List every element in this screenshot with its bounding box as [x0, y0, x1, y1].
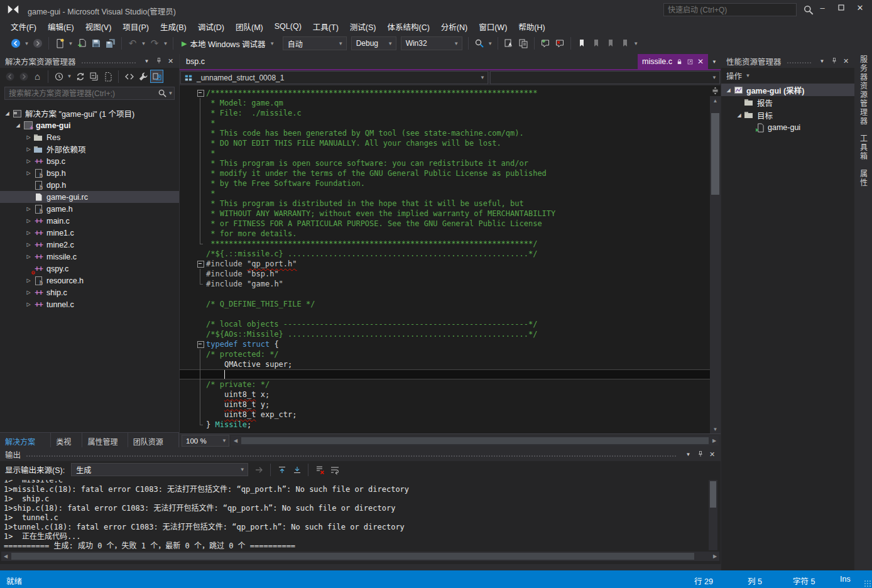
side-tab[interactable]: 工具箱	[858, 134, 869, 161]
tree-item[interactable]: ▷++mine1.c	[0, 227, 179, 239]
minimize-icon[interactable]: –	[813, 0, 832, 15]
close-icon[interactable]: ✕	[697, 57, 704, 66]
code-line[interactable]: * by the Free Software Foundation.	[180, 178, 710, 188]
expander-expanded-icon[interactable]: ◢	[3, 111, 12, 116]
code-line[interactable]: *	[180, 118, 710, 128]
quick-launch-input[interactable]	[664, 6, 796, 14]
menu-item[interactable]: 编辑(E)	[42, 19, 80, 35]
tree-item[interactable]: ▷game.h	[0, 203, 179, 215]
scroll-left-icon[interactable]: ◀	[1, 553, 10, 559]
menu-item[interactable]: 测试(S)	[344, 19, 382, 35]
code-line[interactable]: * DO NOT EDIT THIS FILE MANUALLY. All yo…	[180, 138, 710, 148]
code-editor[interactable]: /***************************************…	[180, 85, 721, 433]
tree-item[interactable]: game-gui.rc	[0, 191, 179, 203]
expander-collapsed-icon[interactable]: ▷	[24, 278, 33, 283]
menu-item[interactable]: 分析(N)	[435, 19, 473, 35]
sol-forward-icon[interactable]	[17, 70, 30, 83]
expander-collapsed-icon[interactable]: ▷	[24, 218, 33, 224]
dropdown-caret-icon[interactable]: ▼	[23, 36, 30, 50]
copy-item-icon[interactable]	[516, 36, 530, 50]
scroll-down-icon[interactable]: ▼	[710, 425, 721, 433]
chevron-down-icon[interactable]: ▼	[167, 87, 174, 101]
fold-collapse-icon[interactable]	[180, 259, 206, 269]
types-dropdown[interactable]: _unnamed_struct_0008_1 ▼	[180, 71, 488, 84]
menu-item[interactable]: SQL(Q)	[269, 20, 307, 33]
expander-expanded-icon[interactable]: ◢	[734, 112, 744, 118]
tree-item[interactable]: game-gui	[721, 121, 854, 134]
scrollbar-thumb[interactable]	[241, 437, 709, 444]
home-icon[interactable]: ⌂	[31, 70, 44, 83]
prev-message-icon[interactable]	[275, 463, 289, 477]
output-vertical-scrollbar[interactable]	[709, 480, 717, 550]
output-log[interactable]: 1> missile.c1>missile.c(18): fatal error…	[4, 480, 706, 549]
tree-item[interactable]: ▷外部依赖项	[0, 143, 179, 155]
chevron-down-icon[interactable]: ▼	[335, 41, 346, 46]
expander-collapsed-icon[interactable]: ▷	[24, 254, 33, 259]
fold-collapse-icon[interactable]	[180, 88, 206, 98]
dropdown-caret-icon[interactable]: ▼	[67, 36, 74, 50]
code-line[interactable]: * WITHOUT ANY WARRANTY; without even the…	[180, 209, 710, 219]
members-dropdown[interactable]: ▼	[490, 71, 720, 84]
start-debug-button[interactable]: ▶ 本地 Windows 调试器 ▼	[177, 36, 280, 51]
tree-item[interactable]: ▷++bsp.c	[0, 155, 179, 167]
window-position-caret-icon[interactable]: ▼	[682, 449, 694, 460]
word-wrap-icon[interactable]	[327, 463, 342, 477]
toggle-bookmark-icon[interactable]	[575, 36, 589, 50]
scrollbar-thumb[interactable]	[11, 553, 694, 560]
next-bookmark-icon[interactable]	[604, 36, 618, 50]
view-code-icon[interactable]	[123, 70, 136, 83]
goto-definition-icon[interactable]	[502, 36, 516, 50]
tool-window-tab[interactable]: 解决方案资...	[0, 433, 51, 447]
menu-item[interactable]: 帮助(H)	[513, 19, 550, 35]
menu-item[interactable]: 工具(T)	[307, 19, 344, 35]
new-file-icon[interactable]	[53, 36, 67, 50]
quick-launch-box[interactable]	[663, 3, 797, 16]
tree-item[interactable]: ◢game-gui	[0, 119, 179, 131]
menu-item[interactable]: 调试(D)	[192, 19, 230, 35]
output-horizontal-scrollbar[interactable]: ◀ ▶	[1, 552, 719, 561]
tree-item[interactable]: ▷++ship.c	[0, 286, 179, 298]
expander-collapsed-icon[interactable]: ▷	[24, 158, 33, 164]
code-line[interactable]: * for more details.	[180, 229, 710, 239]
add-item-icon[interactable]	[75, 36, 89, 50]
next-message-icon[interactable]	[290, 463, 304, 477]
menu-item[interactable]: 窗口(W)	[473, 19, 513, 35]
show-all-files-icon[interactable]	[101, 70, 114, 83]
close-icon[interactable]: ✕	[840, 55, 852, 67]
expander-collapsed-icon[interactable]: ▷	[24, 206, 33, 212]
code-line[interactable]: } Missile;	[180, 420, 710, 430]
refresh-icon[interactable]	[74, 70, 87, 83]
navigate-backward-icon[interactable]	[9, 36, 23, 50]
dropdown-caret-icon[interactable]: ▼	[269, 36, 276, 50]
redo-icon[interactable]: ↷	[148, 36, 161, 50]
expander-collapsed-icon[interactable]: ▷	[24, 134, 33, 140]
tree-item[interactable]: ▷++missile.c	[0, 251, 179, 263]
split-window-grip[interactable]	[710, 85, 721, 96]
expander-collapsed-icon[interactable]: ▷	[24, 302, 33, 307]
code-line[interactable]: /* local objects -----------------------…	[180, 319, 710, 329]
menu-item[interactable]: 生成(B)	[155, 19, 192, 35]
scroll-up-icon[interactable]: ▲	[710, 96, 721, 105]
goto-message-icon[interactable]	[252, 463, 266, 477]
scroll-right-icon[interactable]: ▶	[710, 438, 719, 444]
find-symbol-icon[interactable]	[472, 36, 486, 50]
code-line[interactable]: /* protected: */	[180, 349, 710, 359]
dropdown-caret-icon[interactable]: ▼	[162, 36, 169, 50]
menu-item[interactable]: 团队(M)	[230, 19, 269, 35]
tree-item[interactable]: ▷Res	[0, 131, 179, 143]
expander-collapsed-icon[interactable]: ▷	[24, 242, 33, 248]
code-line[interactable]: typedef struct {	[180, 339, 710, 349]
output-source-combo[interactable]: 生成 ▼	[71, 463, 248, 476]
tree-item[interactable]: ▷++mine2.c	[0, 239, 179, 251]
solution-search-input[interactable]	[5, 89, 158, 98]
maximize-icon[interactable]	[832, 0, 851, 15]
chevron-down-icon[interactable]: ▼	[220, 438, 229, 444]
tree-item[interactable]: ◢解决方案 "game-gui" (1 个项目)	[0, 107, 179, 119]
tab-bsp-c[interactable]: bsp.c	[180, 54, 211, 69]
code-line[interactable]: *	[180, 148, 710, 158]
expander-collapsed-icon[interactable]: ▷	[24, 146, 33, 152]
window-position-caret-icon[interactable]: ▼	[141, 55, 153, 67]
side-tab[interactable]: 属性	[858, 170, 869, 187]
promote-preview-icon[interactable]	[687, 58, 694, 65]
comment-selection-icon[interactable]	[538, 36, 552, 50]
